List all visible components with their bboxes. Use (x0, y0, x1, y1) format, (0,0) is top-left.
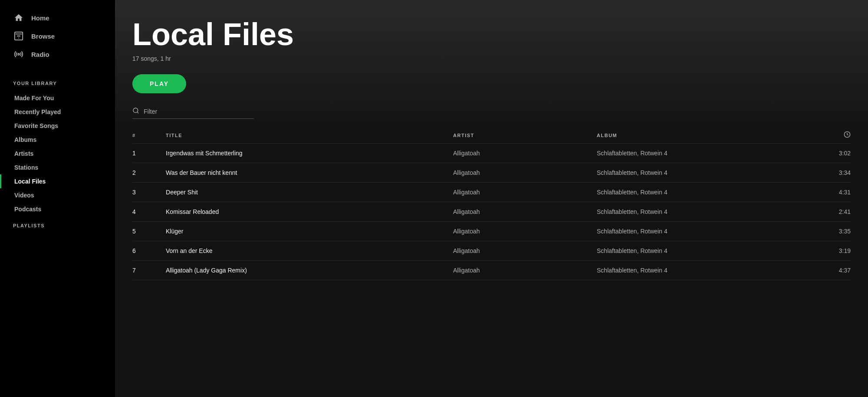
table-row[interactable]: 5 Klüger Alligatoah Schlaftabletten, Rot… (132, 222, 851, 241)
track-num: 1 (132, 144, 166, 163)
table-row[interactable]: 2 Was der Bauer nicht kennt Alligatoah S… (132, 163, 851, 183)
sidebar: Home Browse Radio (0, 0, 115, 397)
col-num-header: # (132, 128, 166, 144)
track-album: Schlaftabletten, Rotwein 4 (597, 183, 776, 202)
sidebar-item-podcasts[interactable]: Podcasts (0, 202, 115, 216)
track-album: Schlaftabletten, Rotwein 4 (597, 241, 776, 261)
table-row[interactable]: 4 Komissar Reloaded Alligatoah Schlaftab… (132, 202, 851, 222)
track-artist: Alligatoah (453, 241, 597, 261)
filter-input[interactable] (144, 108, 243, 115)
track-artist: Alligatoah (453, 163, 597, 183)
sidebar-item-made-for-you[interactable]: Made For You (0, 91, 115, 105)
track-album: Schlaftabletten, Rotwein 4 (597, 261, 776, 280)
track-duration: 3:02 (776, 144, 851, 163)
your-library-label: Your Library (0, 77, 115, 89)
play-button[interactable]: PLAY (132, 74, 186, 93)
svg-point-2 (133, 108, 138, 113)
track-duration: 3:34 (776, 163, 851, 183)
track-duration: 3:19 (776, 241, 851, 261)
track-artist: Alligatoah (453, 222, 597, 241)
table-row[interactable]: 3 Deeper Shit Alligatoah Schlaftabletten… (132, 183, 851, 202)
track-title: Alligatoah (Lady Gaga Remix) (166, 261, 453, 280)
track-title: Was der Bauer nicht kennt (166, 163, 453, 183)
track-duration: 3:35 (776, 222, 851, 241)
sidebar-nav: Home Browse Radio (0, 9, 115, 63)
sidebar-item-browse[interactable]: Browse (9, 27, 106, 45)
sidebar-item-home[interactable]: Home (9, 9, 106, 27)
main-content: Local Files 17 songs, 1 hr PLAY # Title … (115, 0, 868, 397)
sidebar-item-albums[interactable]: Albums (0, 133, 115, 147)
track-album: Schlaftabletten, Rotwein 4 (597, 144, 776, 163)
track-album: Schlaftabletten, Rotwein 4 (597, 222, 776, 241)
table-row[interactable]: 1 Irgendwas mit Schmetterling Alligatoah… (132, 144, 851, 163)
table-row[interactable]: 7 Alligatoah (Lady Gaga Remix) Alligatoa… (132, 261, 851, 280)
clock-icon (844, 132, 851, 139)
track-artist: Alligatoah (453, 261, 597, 280)
track-title: Deeper Shit (166, 183, 453, 202)
filter-bar (132, 107, 851, 119)
sidebar-item-videos[interactable]: Videos (0, 188, 115, 202)
track-table: # Title Artist Album 1 Irgendwas mit Sc (132, 128, 851, 280)
home-icon (13, 12, 24, 23)
track-artist: Alligatoah (453, 202, 597, 222)
track-title: Vorn an der Ecke (166, 241, 453, 261)
svg-line-3 (137, 112, 138, 113)
search-icon (132, 107, 139, 116)
col-duration-header (776, 128, 851, 144)
table-header-row: # Title Artist Album (132, 128, 851, 144)
track-artist: Alligatoah (453, 144, 597, 163)
track-album: Schlaftabletten, Rotwein 4 (597, 202, 776, 222)
sidebar-item-favorite-songs[interactable]: Favorite Songs (0, 119, 115, 133)
browse-icon (13, 30, 24, 42)
playlists-label: Playlists (0, 220, 115, 232)
sidebar-item-artists[interactable]: Artists (0, 147, 115, 161)
col-title-header: Title (166, 128, 453, 144)
filter-input-wrapper (132, 107, 254, 119)
page-meta: 17 songs, 1 hr (132, 55, 851, 62)
col-artist-header: Artist (453, 128, 597, 144)
sidebar-item-local-files[interactable]: Local Files (0, 174, 115, 188)
track-num: 3 (132, 183, 166, 202)
track-album: Schlaftabletten, Rotwein 4 (597, 163, 776, 183)
track-artist: Alligatoah (453, 183, 597, 202)
track-title: Komissar Reloaded (166, 202, 453, 222)
track-duration: 4:31 (776, 183, 851, 202)
track-num: 2 (132, 163, 166, 183)
sidebar-item-radio[interactable]: Radio (9, 45, 106, 63)
svg-point-1 (18, 53, 20, 55)
radio-icon (13, 49, 24, 60)
sidebar-item-stations[interactable]: Stations (0, 161, 115, 174)
col-album-header: Album (597, 128, 776, 144)
track-num: 7 (132, 261, 166, 280)
track-num: 5 (132, 222, 166, 241)
page-title: Local Files (132, 17, 851, 52)
table-row[interactable]: 6 Vorn an der Ecke Alligatoah Schlaftabl… (132, 241, 851, 261)
sidebar-item-recently-played[interactable]: Recently Played (0, 105, 115, 119)
track-duration: 4:37 (776, 261, 851, 280)
track-title: Irgendwas mit Schmetterling (166, 144, 453, 163)
track-num: 4 (132, 202, 166, 222)
track-num: 6 (132, 241, 166, 261)
track-duration: 2:41 (776, 202, 851, 222)
track-title: Klüger (166, 222, 453, 241)
